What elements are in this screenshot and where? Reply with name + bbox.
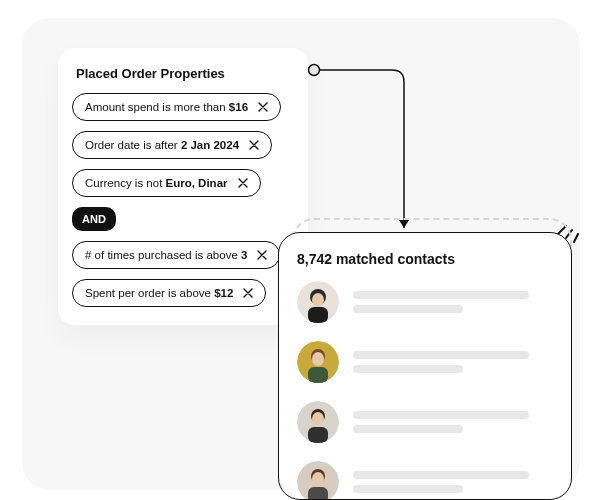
chip-text: Currency is not Euro, Dinar (85, 177, 228, 189)
filter-chip[interactable]: Order date is after 2 Jan 2024 (72, 131, 272, 159)
svg-point-10 (312, 352, 324, 366)
svg-point-18 (312, 472, 324, 486)
filter-chip[interactable]: Amount spend is more than $16 (72, 93, 281, 121)
contact-row[interactable] (297, 281, 553, 323)
contact-row[interactable] (297, 341, 553, 383)
contact-placeholder-lines (353, 291, 553, 313)
filter-chip[interactable]: Currency is not Euro, Dinar (72, 169, 261, 197)
close-icon[interactable] (256, 100, 270, 114)
close-icon[interactable] (255, 248, 269, 262)
svg-point-6 (312, 293, 324, 307)
contact-row[interactable] (297, 401, 553, 443)
filter-chip[interactable]: Spent per order is above $12 (72, 279, 266, 307)
chip-text: # of times purchased is above 3 (85, 249, 247, 261)
contacts-card: 8,742 matched contacts (278, 232, 572, 500)
operator-and[interactable]: AND (72, 207, 116, 231)
svg-rect-19 (308, 487, 328, 500)
chip-text: Amount spend is more than $16 (85, 101, 248, 113)
avatar (297, 341, 339, 383)
close-icon[interactable] (247, 138, 261, 152)
filter-title: Placed Order Properties (76, 66, 294, 81)
avatar (297, 281, 339, 323)
avatar (297, 401, 339, 443)
chip-text: Order date is after 2 Jan 2024 (85, 139, 239, 151)
avatar (297, 461, 339, 500)
filter-chip[interactable]: # of times purchased is above 3 (72, 241, 280, 269)
contact-placeholder-lines (353, 351, 553, 373)
contact-placeholder-lines (353, 471, 553, 493)
close-icon[interactable] (236, 176, 250, 190)
filter-card: Placed Order Properties Amount spend is … (58, 48, 308, 325)
svg-rect-11 (308, 367, 328, 383)
close-icon[interactable] (241, 286, 255, 300)
contacts-title: 8,742 matched contacts (297, 251, 553, 267)
contact-placeholder-lines (353, 411, 553, 433)
filter-chip-group-1: Amount spend is more than $16 Order date… (72, 93, 294, 307)
contact-row[interactable] (297, 461, 553, 500)
svg-point-14 (312, 412, 324, 426)
chip-text: Spent per order is above $12 (85, 287, 233, 299)
svg-rect-15 (308, 427, 328, 443)
svg-rect-7 (308, 307, 328, 323)
